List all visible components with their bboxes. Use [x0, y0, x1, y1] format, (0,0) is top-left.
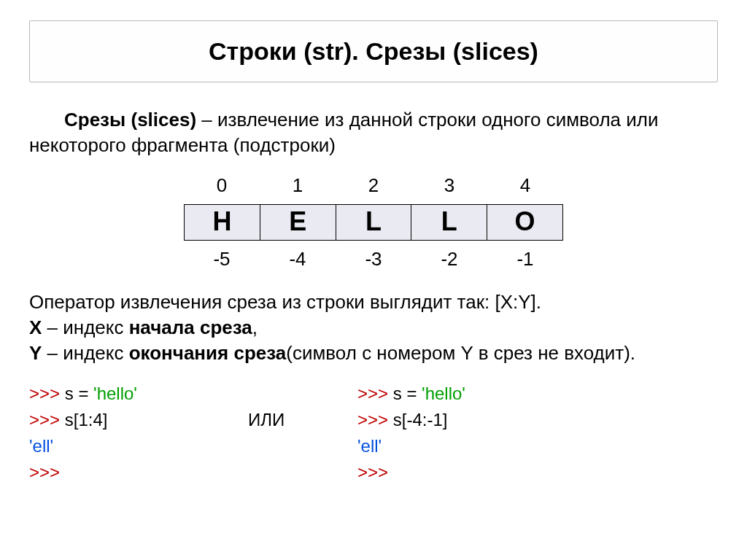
letter-cell: E — [260, 205, 336, 240]
op-line1: Оператор извлечения среза из строки выгл… — [29, 289, 718, 315]
idx-top: 3 — [411, 171, 487, 200]
letter-cell: L — [336, 205, 412, 240]
operator-description: Оператор извлечения среза из строки выгл… — [29, 289, 718, 366]
code-examples: >>> s = 'hello' >>> s[1:4] 'ell' >>> ИЛИ… — [29, 381, 718, 486]
idx-bottom: -2 — [411, 245, 487, 273]
index-row-positive: 0 1 2 3 4 — [184, 171, 563, 200]
title-box: Строки (str). Срезы (slices) — [29, 20, 718, 82]
letter-row: H E L L O — [184, 204, 563, 241]
index-diagram: 0 1 2 3 4 H E L L O -5 -4 -3 -2 -1 — [184, 171, 563, 273]
op-line2: X – индекс начала среза, — [29, 315, 718, 341]
idx-top: 4 — [487, 171, 563, 200]
intro-term: Срезы (slices) — [64, 109, 196, 131]
idx-top: 2 — [336, 171, 411, 200]
code-left: >>> s = 'hello' >>> s[1:4] 'ell' >>> — [29, 381, 248, 486]
page-title: Строки (str). Срезы (slices) — [37, 37, 710, 66]
code-right: >>> s = 'hello' >>> s[-4:-1] 'ell' >>> — [357, 381, 576, 486]
code-mid: ИЛИ — [248, 381, 357, 486]
idx-bottom: -4 — [260, 245, 336, 273]
op-line3: Y – индекс окончания среза(символ с номе… — [29, 341, 718, 366]
idx-top: 1 — [260, 171, 336, 200]
letter-cell: H — [185, 205, 260, 240]
idx-bottom: -1 — [487, 245, 563, 273]
idx-bottom: -5 — [184, 245, 260, 273]
letter-cell: O — [487, 205, 562, 240]
letter-cell: L — [411, 205, 487, 240]
idx-top: 0 — [184, 171, 260, 200]
index-row-negative: -5 -4 -3 -2 -1 — [184, 245, 563, 273]
idx-bottom: -3 — [336, 245, 411, 273]
intro-paragraph: Срезы (slices) – извлечение из данной ст… — [29, 107, 718, 158]
